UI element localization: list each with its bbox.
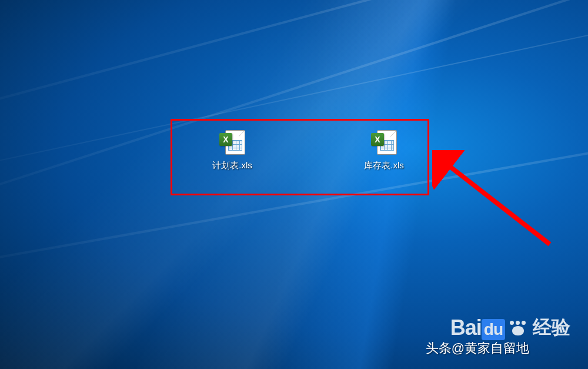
excel-file-icon: X <box>371 128 397 157</box>
file-label: 库存表.xls <box>364 160 404 171</box>
desktop-background <box>0 0 588 369</box>
file-label: 计划表.xls <box>212 160 252 171</box>
baidu-watermark: Baidu 经验 <box>450 315 570 341</box>
baidu-jingyan-text: 经验 <box>533 315 570 341</box>
bg-light-beam <box>0 0 588 224</box>
bg-light-beam <box>0 72 588 279</box>
bg-light-beam <box>0 0 588 185</box>
excel-file-icon: X <box>219 128 245 157</box>
desktop-file-icon[interactable]: X 库存表.xls <box>358 128 410 171</box>
baidu-logo-text: Bai <box>450 315 482 340</box>
baidu-logo-box: du <box>482 319 505 340</box>
baidu-paw-icon <box>510 321 526 335</box>
desktop-file-icon[interactable]: X 计划表.xls <box>206 128 259 171</box>
author-watermark: 头条@黄家自留地 <box>426 340 529 357</box>
